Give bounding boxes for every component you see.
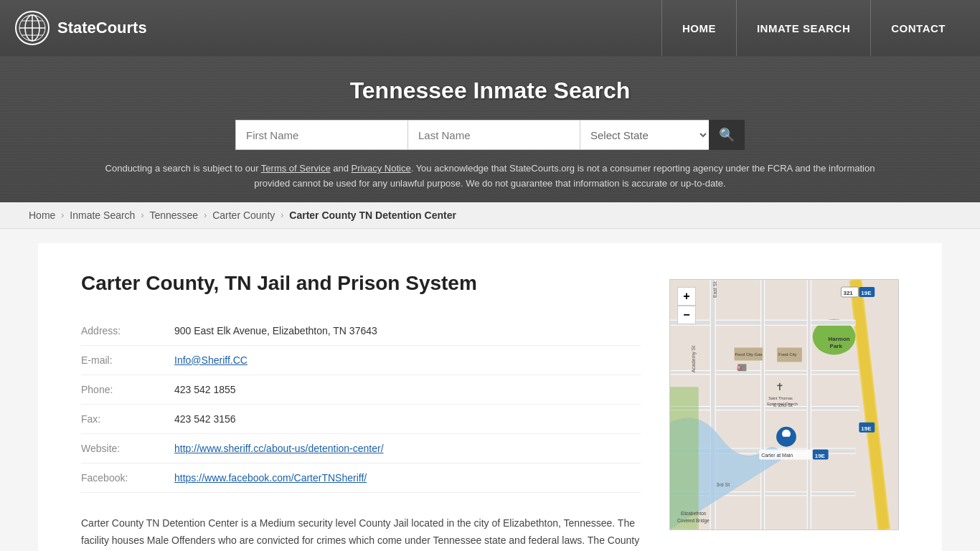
address-value: 900 East Elk Avenue, Elizabethton, TN 37… (174, 316, 641, 346)
nav-home[interactable]: HOME (661, 0, 736, 56)
header: StateCourts HOME INMATE SEARCH CONTACT (0, 0, 980, 56)
svg-text:3rd St: 3rd St (717, 482, 730, 487)
svg-text:Park: Park (830, 342, 843, 349)
breadcrumb-separator-1: › (61, 210, 64, 220)
search-bar: Select State Tennessee Alabama Californi… (14, 120, 966, 150)
svg-text:321: 321 (843, 290, 853, 296)
nav-contact[interactable]: CONTACT (870, 0, 966, 56)
hero-section: Tennessee Inmate Search Select State Ten… (0, 56, 980, 202)
tos-link[interactable]: Terms of Service (261, 163, 331, 174)
privacy-link[interactable]: Privacy Notice (352, 163, 411, 174)
facebook-value: https://www.facebook.com/CarterTNSheriff… (174, 463, 641, 492)
website-value: http://www.sheriff.cc/about-us/detention… (174, 433, 641, 463)
phone-label: Phone: (81, 375, 174, 404)
facility-heading: Carter County, TN Jail and Prison System (81, 272, 641, 295)
phone-row: Phone: 423 542 1855 (81, 375, 641, 404)
disclaimer: Conducting a search is subject to our Te… (95, 161, 885, 192)
address-row: Address: 900 East Elk Avenue, Elizabetht… (81, 316, 641, 346)
email-link[interactable]: Info@Sheriff.CC (174, 354, 248, 366)
breadcrumb-separator-3: › (204, 210, 207, 220)
logo-text: StateCourts (57, 19, 147, 37)
main-nav: HOME INMATE SEARCH CONTACT (661, 0, 966, 56)
breadcrumb: Home › Inmate Search › Tennessee › Carte… (0, 202, 980, 229)
search-button[interactable]: 🔍 (709, 120, 745, 150)
breadcrumb-separator-4: › (281, 210, 283, 220)
svg-text:Covered Bridge: Covered Bridge (677, 518, 710, 524)
email-label: E-mail: (81, 345, 174, 375)
svg-text:19E: 19E (861, 290, 871, 296)
svg-text:E 2nd St: E 2nd St (773, 402, 793, 408)
facebook-row: Facebook: https://www.facebook.com/Carte… (81, 463, 641, 492)
svg-text:Harmon: Harmon (829, 335, 850, 342)
svg-text:Carter at Main: Carter at Main (761, 452, 793, 457)
svg-text:Academy St: Academy St (691, 345, 697, 372)
breadcrumb-tennessee[interactable]: Tennessee (149, 209, 198, 221)
website-link[interactable]: http://www.sheriff.cc/about-us/detention… (174, 443, 384, 454)
search-icon: 🔍 (719, 127, 735, 143)
svg-text:⛽: ⛽ (737, 365, 743, 371)
content-left: Carter County, TN Jail and Prison System… (81, 272, 641, 551)
fax-label: Fax: (81, 404, 174, 433)
address-label: Address: (81, 316, 174, 346)
svg-text:East St: East St (712, 281, 717, 297)
email-row: E-mail: Info@Sheriff.CC (81, 345, 641, 375)
svg-text:Food City: Food City (778, 352, 796, 357)
fax-value: 423 542 3156 (174, 404, 641, 433)
map-area: Harmon Park (669, 279, 899, 551)
website-label: Website: (81, 433, 174, 463)
facebook-link[interactable]: https://www.facebook.com/CarterTNSheriff… (174, 472, 367, 484)
first-name-input[interactable] (235, 120, 407, 150)
svg-text:Elizabethton: Elizabethton (681, 511, 707, 516)
facebook-label: Facebook: (81, 463, 174, 492)
map-container: Harmon Park (669, 279, 899, 530)
page-title: Tennessee Inmate Search (14, 77, 966, 104)
fax-row: Fax: 423 542 3156 (81, 404, 641, 433)
breadcrumb-home[interactable]: Home (29, 209, 55, 221)
breadcrumb-current: Carter County TN Detention Center (289, 209, 456, 221)
svg-text:Saint Thomas: Saint Thomas (768, 396, 793, 400)
breadcrumb-carter-county[interactable]: Carter County (212, 209, 275, 221)
logo-area: StateCourts (14, 10, 147, 46)
last-name-input[interactable] (407, 120, 580, 150)
main-content: Carter County, TN Jail and Prison System… (38, 243, 942, 551)
email-value: Info@Sheriff.CC (174, 345, 641, 375)
logo-icon (14, 10, 50, 46)
zoom-out-button[interactable]: − (677, 306, 696, 324)
website-row: Website: http://www.sheriff.cc/about-us/… (81, 433, 641, 463)
map-svg: Harmon Park (670, 280, 898, 529)
facility-description: Carter County TN Detention Center is a M… (81, 514, 641, 551)
breadcrumb-inmate-search[interactable]: Inmate Search (70, 209, 135, 221)
svg-text:19E: 19E (815, 452, 825, 458)
svg-rect-27 (670, 387, 699, 529)
zoom-in-button[interactable]: + (677, 287, 696, 306)
state-select[interactable]: Select State Tennessee Alabama Californi… (580, 120, 709, 150)
map-zoom-controls: + − (677, 287, 696, 324)
svg-text:✝: ✝ (776, 381, 784, 392)
svg-text:19E: 19E (861, 425, 871, 431)
nav-inmate-search[interactable]: INMATE SEARCH (736, 0, 870, 56)
svg-text:Food City Gas: Food City Gas (735, 352, 762, 357)
facility-info-table: Address: 900 East Elk Avenue, Elizabetht… (81, 316, 641, 493)
phone-value: 423 542 1855 (174, 375, 641, 404)
breadcrumb-separator-2: › (141, 210, 143, 220)
